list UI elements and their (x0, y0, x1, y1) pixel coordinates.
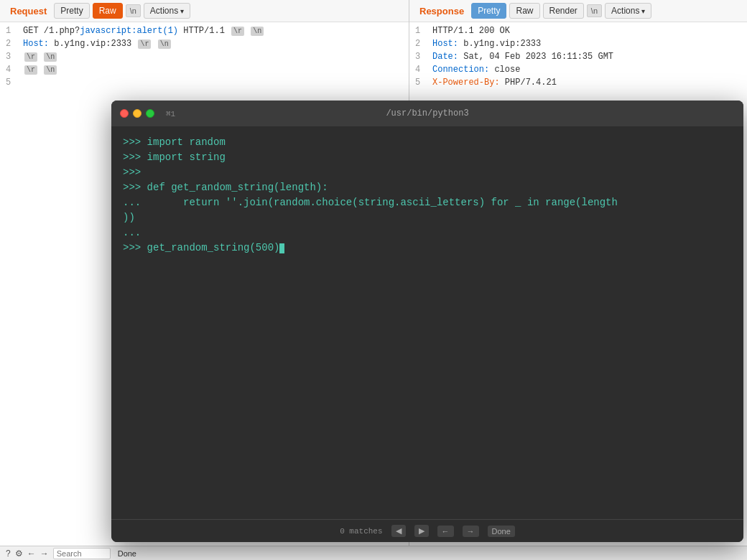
request-tab-raw[interactable]: Raw (93, 3, 123, 19)
response-title: Response (415, 4, 468, 18)
term-next-button[interactable]: ▶ (414, 525, 429, 537)
request-line-4: 4 \r \n (0, 64, 409, 77)
search-input[interactable] (53, 548, 111, 559)
response-line-3: 3 Date: Sat, 04 Feb 2023 16:11:35 GMT (409, 51, 747, 64)
request-line-1: 1 GET /1.php?javascript:alert(1) HTTP/1.… (0, 25, 409, 38)
term-done-button[interactable]: Done (488, 526, 515, 537)
term-back-button[interactable]: ← (437, 526, 454, 537)
status-text: Done (118, 549, 136, 558)
settings-icon[interactable]: ⚙ (15, 549, 23, 559)
bottom-bar: ? ⚙ ← → Done (0, 546, 747, 560)
traffic-lights (120, 109, 154, 118)
response-tab-render[interactable]: Render (543, 3, 584, 19)
response-line-5: 5 X-Powered-By: PHP/7.4.21 (409, 77, 747, 90)
response-tab-raw[interactable]: Raw (509, 3, 539, 19)
close-button[interactable] (120, 109, 129, 118)
term-line-8: >>> get_random_string(500) (123, 241, 732, 256)
term-line-2: >>> import string (123, 150, 732, 165)
back-icon[interactable]: ← (27, 549, 36, 559)
minimize-button[interactable] (133, 109, 141, 118)
response-tab-n[interactable]: \n (587, 4, 602, 17)
term-line-4: >>> def get_random_string(length): (123, 180, 732, 195)
help-icon[interactable]: ? (6, 549, 11, 559)
terminal-shortcut: ⌘1 (166, 109, 175, 118)
term-forward-button[interactable]: → (463, 526, 479, 537)
response-line-1: 1 HTTP/1.1 200 OK (409, 25, 747, 38)
matches-label: 0 matches (340, 527, 382, 536)
request-line-2: 2 Host: b.y1ng.vip:2333 \r \n (0, 38, 409, 51)
request-header: Request Pretty Raw \n Actions (0, 0, 409, 22)
terminal-title: /usr/bin/python3 (386, 108, 468, 118)
response-actions-button[interactable]: Actions (605, 3, 651, 19)
request-title: Request (6, 4, 51, 18)
forward-icon[interactable]: → (40, 549, 49, 559)
term-line-1: >>> import random (123, 135, 732, 150)
terminal-body[interactable]: >>> import random >>> import string >>> … (111, 126, 743, 519)
response-tab-pretty[interactable]: Pretty (471, 3, 506, 19)
term-line-6: )) (123, 210, 732, 225)
request-line-5: 5 (0, 77, 409, 90)
cursor (279, 243, 284, 253)
response-line-4: 4 Connection: close (409, 64, 747, 77)
term-prev-button[interactable]: ◀ (391, 525, 406, 537)
response-header: Response Pretty Raw Render \n Actions (409, 0, 747, 22)
request-line-3: 3 \r \n (0, 51, 409, 64)
terminal-window: ⌘1 /usr/bin/python3 >>> import random >>… (111, 101, 743, 542)
request-actions-button[interactable]: Actions (144, 3, 190, 19)
maximize-button[interactable] (146, 109, 154, 118)
request-tab-pretty[interactable]: Pretty (54, 3, 89, 19)
term-line-3: >>> (123, 165, 732, 180)
response-line-2: 2 Host: b.y1ng.vip:2333 (409, 38, 747, 51)
term-line-5: ... return ''.join(random.choice(string.… (123, 195, 732, 210)
terminal-titlebar: ⌘1 /usr/bin/python3 (111, 101, 743, 126)
terminal-bottom-bar: 0 matches ◀ ▶ ← → Done (111, 519, 743, 542)
request-tab-n[interactable]: \n (126, 4, 141, 17)
term-line-7: ... (123, 225, 732, 241)
